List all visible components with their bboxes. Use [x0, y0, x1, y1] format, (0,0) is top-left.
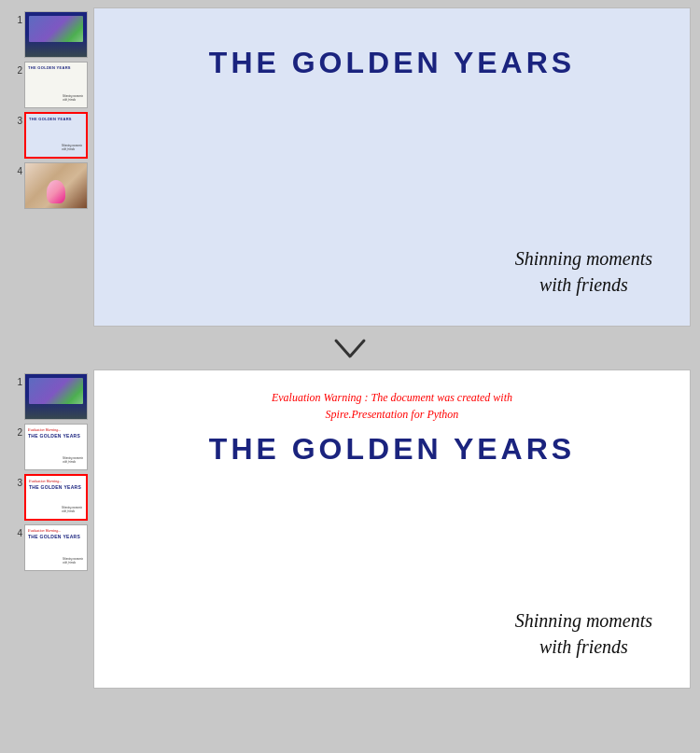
thumbnail-b4[interactable]: Evaluation Warning... THE GOLDEN YEARS S… — [24, 524, 88, 571]
slide-number: 4 — [13, 166, 22, 176]
down-arrow-icon — [331, 336, 369, 364]
slide-number: 2 — [13, 427, 22, 438]
list-item[interactable]: 1 — [13, 11, 90, 58]
slide-number: 3 — [13, 478, 22, 488]
thumbnail-2[interactable]: THE GOLDEN YEARS Shinning moments with f… — [24, 62, 88, 108]
arrow-divider — [331, 330, 369, 370]
thumbnail-b1[interactable] — [24, 373, 88, 420]
thumbnail-4[interactable] — [24, 162, 88, 209]
bottom-section: 1 2 Evaluation Warning... THE GOLDEN YEA… — [9, 370, 691, 689]
thumbnail-3[interactable]: THE GOLDEN YEARS Shinning moments with f… — [24, 112, 88, 159]
bottom-thumbnail-panel: 1 2 Evaluation Warning... THE GOLDEN YEA… — [9, 370, 93, 689]
slide-number: 3 — [13, 116, 22, 126]
subtitle-line1: Shinning moments — [515, 248, 652, 269]
slide-number: 1 — [13, 377, 22, 387]
eval-warning: Evaluation Warning : The document was cr… — [122, 389, 662, 423]
list-item[interactable]: 4 — [13, 162, 90, 209]
list-item[interactable]: 4 Evaluation Warning... THE GOLDEN YEARS… — [13, 524, 90, 571]
list-item[interactable]: 3 THE GOLDEN YEARS Shinning moments with… — [13, 112, 90, 159]
thumbnail-b3[interactable]: Evaluation Warning... THE GOLDEN YEARS S… — [24, 474, 88, 521]
list-item[interactable]: 1 — [13, 373, 90, 420]
slide-number: 1 — [13, 15, 22, 25]
eval-warning-line2: Spire.Presentation for Python — [326, 408, 459, 421]
top-thumbnail-panel: 1 2 THE GOLDEN YEARS Shinning moments wi… — [9, 7, 93, 327]
eval-warning-line1: Evaluation Warning : The document was cr… — [272, 391, 512, 404]
list-item[interactable]: 2 Evaluation Warning... THE GOLDEN YEARS… — [13, 424, 90, 470]
top-section: 1 2 THE GOLDEN YEARS Shinning moments wi… — [9, 7, 691, 327]
subtitle-b-line1: Shinning moments — [515, 610, 652, 631]
slide-subtitle-bottom: Shinning moments with friends — [515, 607, 652, 660]
slide-subtitle-top: Shinning moments with friends — [515, 245, 652, 298]
slide-title-bottom: THE GOLDEN YEARS — [122, 432, 662, 467]
slide-number: 2 — [13, 65, 22, 76]
slide-background-top: THE GOLDEN YEARS Shinning moments with f… — [94, 8, 690, 326]
thumbnail-b2[interactable]: Evaluation Warning... THE GOLDEN YEARS S… — [24, 424, 88, 470]
top-main-slide: THE GOLDEN YEARS Shinning moments with f… — [93, 7, 691, 327]
list-item[interactable]: 2 THE GOLDEN YEARS Shinning moments with… — [13, 62, 90, 108]
thumbnail-1[interactable] — [24, 11, 88, 58]
list-item[interactable]: 3 Evaluation Warning... THE GOLDEN YEARS… — [13, 474, 90, 521]
bottom-main-slide: Evaluation Warning : The document was cr… — [93, 370, 691, 689]
slide-title-top: THE GOLDEN YEARS — [122, 46, 662, 80]
slide-background-bottom: Evaluation Warning : The document was cr… — [94, 370, 690, 688]
subtitle-line2: with friends — [539, 274, 628, 295]
subtitle-b-line2: with friends — [539, 636, 628, 657]
slide-number: 4 — [13, 528, 22, 538]
